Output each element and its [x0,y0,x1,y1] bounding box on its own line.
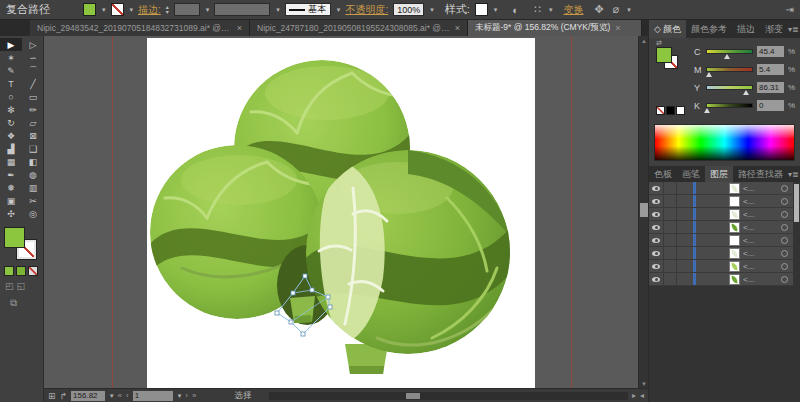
layer-row[interactable]: <... [649,234,800,247]
stroke-weight-link[interactable]: 描边: [138,3,161,17]
export-icon[interactable]: ↱ [60,391,68,401]
target-circle-icon[interactable] [781,185,788,192]
style-swatch[interactable] [475,3,488,16]
last-artboard-icon[interactable]: » [192,391,196,400]
lock-column[interactable] [664,247,677,259]
fill-color-swatch[interactable] [83,3,96,16]
tab-layers[interactable]: 图层 [705,166,733,182]
next-artboard-icon[interactable]: › [185,391,188,400]
normal-screen-mode-icon[interactable]: ◰ [5,281,14,291]
layer-thumbnail[interactable] [729,196,740,207]
ellipse-tool[interactable]: ○ [0,90,22,103]
magenta-slider[interactable] [706,67,753,72]
visibility-eye-icon[interactable] [649,221,664,233]
recolor-artwork-icon[interactable]: ◐ [510,4,521,16]
zoom-level-field[interactable]: 156.82 [71,391,105,401]
scale-tool[interactable]: ▱ [22,116,44,129]
lock-column[interactable] [664,208,677,220]
isolate-icon[interactable]: ⌀ [611,3,622,16]
artboard-number-field[interactable]: 1 [133,391,173,401]
canvas-area[interactable]: ▲ ▼ [44,36,648,388]
target-circle-icon[interactable] [781,211,788,218]
layer-thumbnail[interactable] [729,183,740,194]
select-similar-caret-icon[interactable]: ▾ [549,6,553,14]
transform-link[interactable]: 变换 [563,3,583,17]
magenta-slider-thumb[interactable] [706,72,712,77]
visibility-eye-icon[interactable] [649,182,664,194]
zoom-caret-icon[interactable]: ▾ [110,392,114,400]
visibility-eye-icon[interactable] [649,234,664,246]
visibility-eye-icon[interactable] [649,247,664,259]
rectangle-tool[interactable]: ▭ [22,90,44,103]
lock-column[interactable] [664,234,677,246]
stepper-down-icon[interactable]: ▾ [166,10,169,15]
target-circle-icon[interactable] [781,198,788,205]
scroll-left-icon[interactable]: ◂ [640,391,644,400]
tab-color-guide[interactable]: 颜色参考 [686,20,732,38]
width-tool[interactable]: ❖ [0,129,22,142]
layers-panel-menu-icon[interactable]: ▾≣ [788,166,800,182]
black-slider-thumb[interactable] [704,108,710,113]
symbol-sprayer-tool[interactable]: ❅ [0,181,22,194]
hand-tool[interactable]: ✣ [0,207,22,220]
layer-name[interactable]: <... [743,223,781,232]
scroll-down-icon[interactable]: ▼ [639,379,648,388]
horizontal-scroll-thumb[interactable] [406,393,420,399]
layers-scrollbar[interactable] [793,182,800,286]
layer-thumbnail[interactable] [729,248,740,259]
layer-thumbnail[interactable] [729,235,740,246]
style-caret-icon[interactable]: ▾ [494,6,498,14]
swap-fill-stroke-icon[interactable]: ⇄ [656,39,662,47]
black-slider[interactable] [706,103,753,108]
full-screen-mode-icon[interactable]: ◱ [17,281,26,291]
pencil-tool[interactable]: ✏ [22,103,44,116]
stroke-weight-field[interactable] [174,3,200,16]
layer-thumbnail[interactable] [729,261,740,272]
black-swatch[interactable] [666,106,675,115]
document-tab-1[interactable]: Nipic_29483542_20190705184832731089.ai* … [30,20,250,36]
vertical-scroll-thumb[interactable] [640,203,648,217]
lock-column[interactable] [664,195,677,207]
horizontal-scrollbar[interactable] [269,392,628,400]
change-screen-mode-icon[interactable]: ⧉ [10,297,43,309]
none-mode-button[interactable] [28,266,38,276]
paintbrush-tool[interactable]: ✻ [0,103,22,116]
artboard[interactable] [147,38,535,388]
slice-tool[interactable]: ✂ [22,194,44,207]
visibility-eye-icon[interactable] [649,208,664,220]
cyan-value-field[interactable]: 45.4 [757,46,784,57]
artboard-caret-icon[interactable]: ▾ [178,392,182,400]
layer-row[interactable]: <... [649,247,800,260]
lock-column[interactable] [664,260,677,272]
layer-row[interactable]: <... [649,195,800,208]
layer-row[interactable]: <... [649,221,800,234]
align-icon[interactable]: ✥ [592,3,605,16]
tab-brushes[interactable]: 画笔 [677,166,705,182]
mesh-tool[interactable]: ▦ [0,155,22,168]
layer-row[interactable]: <... [649,182,800,195]
magic-wand-tool[interactable]: ✶ [0,51,22,64]
tab-stroke[interactable]: 描边 [732,20,760,38]
layer-thumbnail[interactable] [729,222,740,233]
white-swatch[interactable] [676,106,685,115]
layer-row[interactable]: <... [649,273,800,286]
eyedropper-tool[interactable]: ✒ [0,168,22,181]
tab-pathfinder[interactable]: 路径查找器 [733,166,788,182]
layer-name[interactable]: <... [743,275,781,284]
opacity-caret-icon[interactable]: ▾ [430,6,434,14]
lock-column[interactable] [664,221,677,233]
perspective-grid-tool[interactable]: ▟ [0,142,22,155]
graph-tool[interactable]: ▥ [22,181,44,194]
layer-name[interactable]: <... [743,236,781,245]
line-segment-tool[interactable]: ╱ [22,77,44,90]
fill-caret-icon[interactable]: ▾ [102,6,106,14]
stroke-weight-caret-icon[interactable]: ▾ [206,6,210,14]
type-tool[interactable]: T [0,77,22,90]
yellow-slider[interactable] [706,85,753,90]
tab-color[interactable]: ◇ 颜色 [649,20,686,38]
visibility-eye-icon[interactable] [649,260,664,272]
gradient-tool[interactable]: ◧ [22,155,44,168]
visibility-eye-icon[interactable] [649,195,664,207]
scroll-right-icon[interactable]: ▸ [632,391,636,400]
isolate-caret-icon[interactable]: ▾ [627,6,631,14]
